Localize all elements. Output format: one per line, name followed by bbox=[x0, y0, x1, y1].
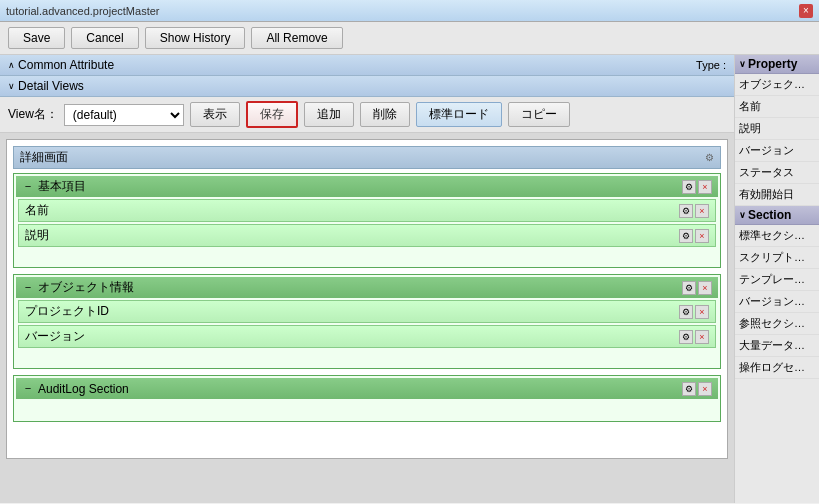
canvas-title-bar: 詳細画面 ⚙ bbox=[13, 146, 721, 169]
canvas-inner: 詳細画面 ⚙ － 基本項目 ⚙ × 名前 bbox=[6, 139, 728, 459]
group-header-auditlog: － AuditLog Section ⚙ × bbox=[16, 378, 718, 399]
property-item-desc[interactable]: 説明 bbox=[735, 118, 819, 140]
field-label-desc: 説明 bbox=[25, 227, 49, 244]
field-label-name: 名前 bbox=[25, 202, 49, 219]
standard-load-button[interactable]: 標準ロード bbox=[416, 102, 502, 127]
section-item-version[interactable]: バージョンセク bbox=[735, 291, 819, 313]
field-gear-name[interactable]: ⚙ bbox=[679, 204, 693, 218]
property-section-header: ∨ Property bbox=[735, 55, 819, 74]
common-attr-toggle[interactable]: ∧ bbox=[8, 60, 15, 70]
common-attr-label: Common Attribute bbox=[18, 58, 114, 72]
field-gear-desc[interactable]: ⚙ bbox=[679, 229, 693, 243]
section-toggle-icon[interactable]: ∨ bbox=[739, 210, 746, 220]
field-gear-version[interactable]: ⚙ bbox=[679, 330, 693, 344]
save-button[interactable]: Save bbox=[8, 27, 65, 49]
group-toggle-auditlog[interactable]: － bbox=[22, 380, 34, 397]
section-item-script[interactable]: スクリプトセク bbox=[735, 247, 819, 269]
copy-view-button[interactable]: コピー bbox=[508, 102, 570, 127]
delete-view-button[interactable]: 削除 bbox=[360, 102, 410, 127]
section-item-template[interactable]: テンプレートセ bbox=[735, 269, 819, 291]
type-label: Type : bbox=[696, 59, 726, 71]
group-gear-object[interactable]: ⚙ bbox=[682, 281, 696, 295]
field-label-projectid: プロジェクトID bbox=[25, 303, 109, 320]
show-view-button[interactable]: 表示 bbox=[190, 102, 240, 127]
property-item-startdate[interactable]: 有効開始日 bbox=[735, 184, 819, 206]
toolbar: Save Cancel Show History All Remove bbox=[0, 22, 819, 55]
property-item-version[interactable]: バージョン bbox=[735, 140, 819, 162]
view-select[interactable]: (default) bbox=[64, 104, 184, 126]
canvas-area: 詳細画面 ⚙ － 基本項目 ⚙ × 名前 bbox=[0, 133, 734, 503]
group-gear-auditlog[interactable]: ⚙ bbox=[682, 382, 696, 396]
field-row-version: バージョン ⚙ × bbox=[18, 325, 716, 348]
group-box-object: － オブジェクト情報 ⚙ × プロジェクトID ⚙ × bbox=[13, 274, 721, 369]
property-header-label: Property bbox=[748, 57, 797, 71]
title-text: tutorial.advanced.projectMaster bbox=[6, 5, 799, 17]
group-box-basic: － 基本項目 ⚙ × 名前 ⚙ × bbox=[13, 173, 721, 268]
field-close-desc[interactable]: × bbox=[695, 229, 709, 243]
property-toggle-icon[interactable]: ∨ bbox=[739, 59, 746, 69]
view-name-bar: View名： (default) 表示 保存 追加 削除 標準ロード コピー bbox=[0, 97, 734, 133]
section-item-ref[interactable]: 参照セクション bbox=[735, 313, 819, 335]
field-row-name: 名前 ⚙ × bbox=[18, 199, 716, 222]
section-header-label: Section bbox=[748, 208, 791, 222]
field-label-version: バージョン bbox=[25, 328, 85, 345]
group-box-auditlog: － AuditLog Section ⚙ × bbox=[13, 375, 721, 422]
field-close-projectid[interactable]: × bbox=[695, 305, 709, 319]
all-remove-button[interactable]: All Remove bbox=[251, 27, 342, 49]
group-name-basic: 基本項目 bbox=[38, 178, 86, 195]
property-item-name[interactable]: 名前 bbox=[735, 96, 819, 118]
group-name-auditlog: AuditLog Section bbox=[38, 382, 129, 396]
field-row-projectid: プロジェクトID ⚙ × bbox=[18, 300, 716, 323]
detail-views-toggle[interactable]: ∨ bbox=[8, 81, 15, 91]
left-area: ∧ Common Attribute Type : ∨ Detail Views… bbox=[0, 55, 734, 503]
field-row-desc: 説明 ⚙ × bbox=[18, 224, 716, 247]
save-view-button[interactable]: 保存 bbox=[246, 101, 298, 128]
group-header-object: － オブジェクト情報 ⚙ × bbox=[16, 277, 718, 298]
field-gear-projectid[interactable]: ⚙ bbox=[679, 305, 693, 319]
property-item-status[interactable]: ステータス bbox=[735, 162, 819, 184]
section-item-bulk[interactable]: 大量データ用参 bbox=[735, 335, 819, 357]
group-close-auditlog[interactable]: × bbox=[698, 382, 712, 396]
view-name-label: View名： bbox=[8, 106, 58, 123]
right-panel: ∨ Property オブジェクトID 名前 説明 バージョン ステータス 有効… bbox=[734, 55, 819, 503]
group-close-object[interactable]: × bbox=[698, 281, 712, 295]
group-gear-basic[interactable]: ⚙ bbox=[682, 180, 696, 194]
group-header-basic: － 基本項目 ⚙ × bbox=[16, 176, 718, 197]
section-item-oplog[interactable]: 操作ログセクシ bbox=[735, 357, 819, 379]
property-item-objectid[interactable]: オブジェクトID bbox=[735, 74, 819, 96]
group-close-basic[interactable]: × bbox=[698, 180, 712, 194]
field-close-version[interactable]: × bbox=[695, 330, 709, 344]
group-toggle-object[interactable]: － bbox=[22, 279, 34, 296]
show-history-button[interactable]: Show History bbox=[145, 27, 246, 49]
close-icon[interactable]: × bbox=[799, 4, 813, 18]
canvas-title: 詳細画面 bbox=[20, 149, 68, 166]
add-view-button[interactable]: 追加 bbox=[304, 102, 354, 127]
common-attribute-bar: ∧ Common Attribute Type : bbox=[0, 55, 734, 76]
canvas-gear-icon[interactable]: ⚙ bbox=[705, 152, 714, 163]
group-name-object: オブジェクト情報 bbox=[38, 279, 134, 296]
section-section-header: ∨ Section bbox=[735, 206, 819, 225]
group-toggle-basic[interactable]: － bbox=[22, 178, 34, 195]
main-container: ∧ Common Attribute Type : ∨ Detail Views… bbox=[0, 55, 819, 503]
detail-views-bar: ∨ Detail Views bbox=[0, 76, 734, 97]
field-close-name[interactable]: × bbox=[695, 204, 709, 218]
cancel-button[interactable]: Cancel bbox=[71, 27, 138, 49]
detail-views-label: Detail Views bbox=[18, 79, 84, 93]
title-bar: tutorial.advanced.projectMaster × bbox=[0, 0, 819, 22]
section-item-standard[interactable]: 標準セクション bbox=[735, 225, 819, 247]
